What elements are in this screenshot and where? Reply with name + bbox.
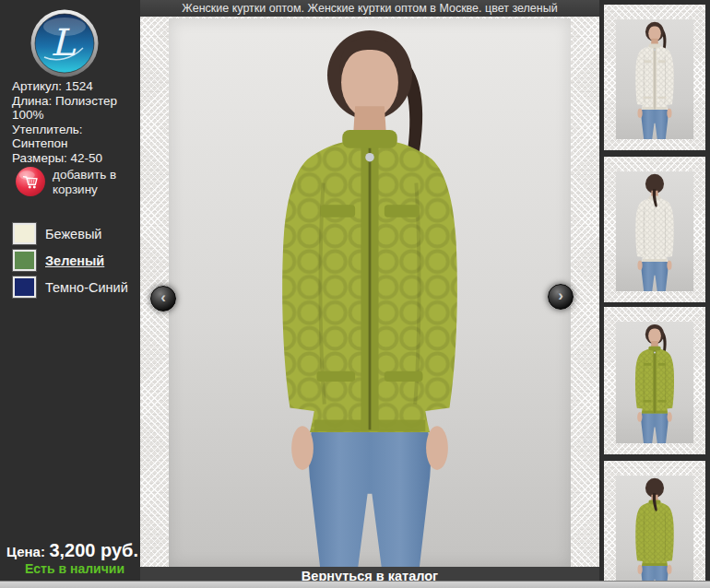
- price: Цена: 3,200 руб.: [0, 540, 138, 561]
- color-label-navy: Темно-Синий: [45, 280, 128, 295]
- detail-material: Длина: Полиэстер 100%: [12, 94, 128, 123]
- color-swatch-navy: [13, 276, 36, 298]
- thumbnail-photo: [616, 19, 693, 139]
- thumbnail-green-jacket-front[interactable]: [604, 307, 705, 454]
- add-to-cart-button[interactable]: добавить в корзину: [15, 166, 136, 197]
- price-label: Цена:: [6, 544, 45, 559]
- color-swatch-green: [13, 250, 36, 271]
- add-to-cart-label: добавить в корзину: [53, 166, 136, 197]
- detail-article: Артикул: 1524: [12, 79, 128, 94]
- main-product-photo: [169, 18, 571, 567]
- thumbnail-white-jacket-front[interactable]: [604, 5, 705, 150]
- chevron-left-icon: ‹: [160, 288, 166, 306]
- prev-arrow-button[interactable]: ‹: [150, 286, 176, 312]
- price-value: 3,200 руб.: [49, 540, 138, 560]
- color-options: Бежевый Зеленый Темно-Синий: [13, 223, 128, 303]
- photo-frame: ‹ ›: [140, 17, 599, 567]
- thumbnail-white-jacket-back[interactable]: [604, 157, 705, 302]
- thumbnail-photo: [616, 322, 693, 443]
- main-panel: Женские куртки оптом. Женские куртки опт…: [140, 0, 599, 588]
- page-title: Женские куртки оптом. Женские куртки опт…: [140, 0, 599, 17]
- thumbnail-green-jacket-back[interactable]: [604, 461, 705, 588]
- logo-letter: L: [51, 21, 77, 64]
- cart-icon: [15, 166, 46, 197]
- detail-insulation: Утеплитель: Синтепон: [12, 123, 128, 151]
- thumbnail-photo: [616, 171, 693, 291]
- chevron-right-icon: ›: [558, 287, 563, 304]
- next-arrow-button[interactable]: ›: [548, 284, 574, 310]
- detail-sizes: Размеры: 42-50: [12, 151, 128, 166]
- color-option-green[interactable]: Зеленый: [13, 250, 128, 271]
- product-page: L Артикул: 1524 Длина: Полиэстер 100% Ут…: [0, 0, 710, 588]
- bottom-strip: [0, 581, 710, 588]
- brand-logo-icon[interactable]: L: [30, 9, 99, 77]
- availability-status: Есть в наличии: [25, 561, 124, 576]
- color-swatch-beige: [13, 223, 36, 244]
- color-label-beige: Бежевый: [45, 227, 101, 241]
- sidebar: L Артикул: 1524 Длина: Полиэстер 100% Ут…: [0, 0, 140, 588]
- thumbnail-photo: [616, 476, 693, 588]
- color-option-navy[interactable]: Темно-Синий: [13, 276, 128, 298]
- product-details: Артикул: 1524 Длина: Полиэстер 100% Утеп…: [12, 79, 128, 165]
- color-label-green: Зеленый: [45, 253, 104, 268]
- color-option-beige[interactable]: Бежевый: [13, 223, 128, 244]
